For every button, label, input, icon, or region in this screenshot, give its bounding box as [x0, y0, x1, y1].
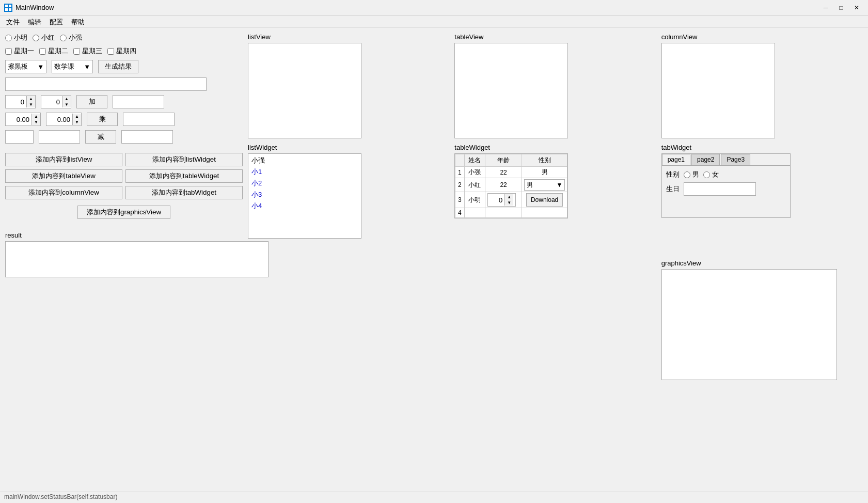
radio-xiaoming[interactable]: 小明	[5, 33, 27, 42]
tableview-label: tableView	[454, 33, 656, 41]
add-tabwidget-button[interactable]: 添加内容到tabWidget	[125, 186, 243, 199]
add-listview-button[interactable]: 添加内容到listView	[5, 153, 122, 166]
spinbox3-down[interactable]: ▼	[32, 119, 40, 125]
table-cell-name3[interactable]: 小明	[464, 192, 485, 208]
table-cell-num2: 2	[455, 178, 464, 192]
radio-xiaohong-input[interactable]	[33, 35, 39, 41]
combo-math[interactable]: 数学课 ▼	[52, 60, 93, 73]
add-columnview-button[interactable]: 添加内容到columnView	[5, 186, 122, 199]
result-input1[interactable]	[113, 95, 164, 108]
list-item-xiaoqiang[interactable]: 小强	[249, 155, 360, 166]
checkbox-wednesday[interactable]: 星期三	[73, 46, 102, 56]
checkbox-monday-input[interactable]	[5, 48, 12, 55]
tableview-section: tableView	[454, 33, 656, 138]
listview-box	[248, 43, 361, 138]
spinbox1-up[interactable]: ▲	[27, 96, 35, 102]
table-row: 3 小明 ▲ ▼	[455, 192, 567, 208]
table-cell-gender2: 男 ▼	[522, 178, 567, 192]
spinbox2: ▲ ▼	[41, 95, 71, 108]
spinbox2-input[interactable]	[41, 97, 62, 107]
close-button[interactable]: ✕	[849, 2, 864, 13]
checkbox-wednesday-input[interactable]	[73, 48, 80, 55]
generate-button[interactable]: 生成结果	[98, 60, 138, 73]
columnview-section: columnView	[661, 33, 863, 138]
add-graphicsview-button[interactable]: 添加内容到graphicsView	[77, 206, 170, 219]
spinbox2-down[interactable]: ▼	[62, 102, 71, 107]
spinbox4-controls: ▲ ▼	[72, 114, 81, 125]
maximize-button[interactable]: □	[834, 2, 848, 13]
menu-file[interactable]: 文件	[2, 17, 24, 26]
table-cell-gender4[interactable]	[522, 208, 567, 218]
listview-section: listView	[248, 33, 449, 138]
checkbox-monday[interactable]: 星期一	[5, 46, 34, 56]
checkbox-thursday-input[interactable]	[107, 48, 114, 55]
text-field1[interactable]	[5, 130, 34, 144]
text-field2[interactable]	[39, 130, 80, 144]
radio-xiaoming-input[interactable]	[5, 35, 12, 41]
table-cell-name2[interactable]: 小红	[464, 178, 485, 192]
table-cell-age2[interactable]: 22	[485, 178, 522, 192]
svg-rect-3	[5, 8, 8, 11]
table-col-gender: 性别	[522, 154, 567, 167]
list-item-xiao2[interactable]: 小2	[249, 178, 360, 189]
list-item-xiao4[interactable]: 小4	[249, 200, 360, 212]
table-cell-name1[interactable]: 小强	[464, 167, 485, 178]
menu-help[interactable]: 帮助	[67, 17, 89, 26]
add-tablewidget-button[interactable]: 添加内容到tableWidget	[125, 169, 243, 183]
spinbox3-up[interactable]: ▲	[32, 114, 40, 119]
svg-rect-4	[9, 8, 11, 11]
spinbox4-input[interactable]	[46, 115, 72, 124]
add-tableview-button[interactable]: 添加内容到tableView	[5, 169, 122, 183]
list-item-xiao3[interactable]: 小3	[249, 189, 360, 200]
result-input2[interactable]	[123, 113, 175, 126]
result-textarea[interactable]	[5, 241, 269, 277]
subtract-button[interactable]: 减	[85, 130, 116, 144]
list-item-xiao1[interactable]: 小1	[249, 166, 360, 178]
minimize-button[interactable]: ─	[818, 2, 833, 13]
table-col-num	[455, 154, 464, 167]
tab-radio-male-input[interactable]	[684, 171, 690, 178]
add-button[interactable]: 加	[76, 95, 107, 108]
checkbox-tuesday[interactable]: 星期二	[39, 46, 68, 56]
table-cell-age4[interactable]	[485, 208, 522, 218]
menu-edit[interactable]: 编辑	[24, 17, 45, 26]
download-button[interactable]: Download	[526, 193, 563, 207]
spinbox3-input[interactable]	[6, 115, 31, 124]
table-spinbox-input[interactable]	[488, 195, 504, 205]
spinbox4-up[interactable]: ▲	[73, 114, 81, 119]
combo-blackboard[interactable]: 擦黑板 ▼	[5, 60, 46, 73]
multiply-button[interactable]: 乘	[87, 113, 118, 126]
main-content: 小明 小红 小强 星期一 星期二 星期三	[0, 28, 868, 503]
table-cell-age1[interactable]: 22	[485, 167, 522, 178]
tab-page1[interactable]: page1	[662, 154, 690, 165]
table-cell-name4[interactable]	[464, 208, 485, 218]
tab-radio-female-input[interactable]	[703, 171, 710, 178]
tab-page2[interactable]: page2	[691, 154, 720, 165]
spinbox4-down[interactable]: ▼	[73, 119, 81, 125]
table-row: 4	[455, 208, 567, 218]
menu-config[interactable]: 配置	[45, 17, 67, 26]
radio-xiaoqiang-input[interactable]	[60, 35, 67, 41]
spinbox1-input[interactable]	[6, 97, 26, 107]
tab-page3[interactable]: Page3	[721, 154, 750, 165]
radio-xiaohong[interactable]: 小红	[33, 33, 55, 42]
checkbox-group-row: 星期一 星期二 星期三 星期四	[5, 46, 243, 56]
checkbox-thursday[interactable]: 星期四	[107, 46, 136, 56]
listwidget-label: listWidget	[248, 144, 449, 151]
table-spinbox-down[interactable]: ▼	[505, 200, 513, 206]
window-controls: ─ □ ✕	[818, 2, 864, 13]
listwidget-section: listWidget 小强 小1 小2 小3 小4	[248, 144, 449, 239]
result-input3[interactable]	[121, 130, 173, 144]
spinbox2-up[interactable]: ▲	[62, 96, 71, 102]
checkbox-tuesday-input[interactable]	[39, 48, 46, 55]
table-spinbox-up[interactable]: ▲	[505, 194, 513, 200]
tab-radio-male[interactable]: 男	[684, 170, 699, 179]
radio-xiaoqiang[interactable]: 小强	[60, 33, 82, 42]
main-text-input[interactable]	[5, 77, 207, 91]
add-listwidget-button[interactable]: 添加内容到listWidget	[125, 153, 243, 166]
table-cell-gender1[interactable]: 男	[522, 167, 567, 178]
gender-select-row2[interactable]: 男 ▼	[524, 179, 565, 191]
tab-radio-female[interactable]: 女	[703, 170, 719, 179]
tab-birthday-input[interactable]	[684, 182, 756, 196]
spinbox1-down[interactable]: ▼	[27, 102, 35, 107]
